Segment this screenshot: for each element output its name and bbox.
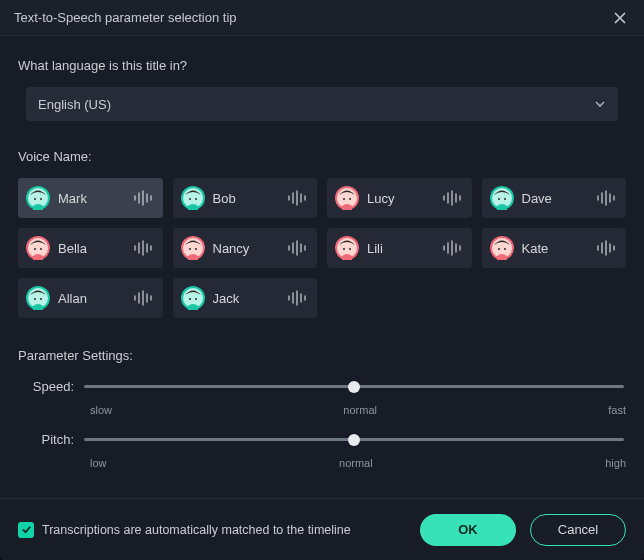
- language-label: What language is this title in?: [18, 58, 626, 73]
- svg-point-65: [498, 248, 500, 250]
- close-icon: [614, 12, 626, 24]
- ok-button-label: OK: [458, 522, 478, 537]
- waveform-icon: [442, 240, 464, 256]
- avatar-icon: [490, 186, 514, 210]
- svg-point-75: [40, 298, 42, 300]
- svg-point-30: [504, 198, 506, 200]
- waveform-icon: [596, 240, 618, 256]
- svg-point-83: [189, 298, 191, 300]
- parameter-settings-label: Parameter Settings:: [18, 348, 626, 363]
- svg-point-38: [34, 248, 36, 250]
- svg-point-48: [195, 248, 197, 250]
- language-select[interactable]: English (US): [26, 87, 618, 121]
- svg-point-12: [195, 198, 197, 200]
- voice-card-label: Bella: [58, 241, 125, 256]
- voice-card-label: Kate: [522, 241, 589, 256]
- svg-point-57: [349, 248, 351, 250]
- avatar-icon: [490, 236, 514, 260]
- voice-card-kate[interactable]: Kate: [482, 228, 627, 268]
- avatar-icon: [26, 186, 50, 210]
- avatar-icon: [26, 236, 50, 260]
- voice-card-label: Dave: [522, 191, 589, 206]
- cancel-button[interactable]: Cancel: [530, 514, 626, 546]
- speed-tick-min: slow: [90, 404, 112, 416]
- speed-label: Speed:: [18, 379, 82, 394]
- svg-point-3: [40, 198, 42, 200]
- voice-card-label: Allan: [58, 291, 125, 306]
- waveform-icon: [287, 290, 309, 306]
- pitch-label: Pitch:: [18, 432, 82, 447]
- svg-point-2: [34, 198, 36, 200]
- voice-card-lili[interactable]: Lili: [327, 228, 472, 268]
- voice-card-bob[interactable]: Bob: [173, 178, 318, 218]
- speed-tick-max: fast: [608, 404, 626, 416]
- auto-match-checkbox[interactable]: [18, 522, 34, 538]
- svg-point-56: [343, 248, 345, 250]
- svg-point-21: [349, 198, 351, 200]
- voice-grid: Mark Bob Lucy: [18, 178, 626, 318]
- waveform-icon: [287, 190, 309, 206]
- voice-card-label: Nancy: [213, 241, 280, 256]
- voice-card-label: Bob: [213, 191, 280, 206]
- voice-card-label: Lili: [367, 241, 434, 256]
- waveform-icon: [133, 240, 155, 256]
- avatar-icon: [181, 186, 205, 210]
- language-select-value: English (US): [38, 97, 111, 112]
- svg-point-47: [189, 248, 191, 250]
- waveform-icon: [133, 290, 155, 306]
- voice-card-bella[interactable]: Bella: [18, 228, 163, 268]
- svg-point-39: [40, 248, 42, 250]
- parameter-section: Speed: slow normal fast Pitch:: [18, 379, 626, 469]
- voice-card-mark[interactable]: Mark: [18, 178, 163, 218]
- cancel-button-label: Cancel: [558, 522, 598, 537]
- voice-card-dave[interactable]: Dave: [482, 178, 627, 218]
- waveform-icon: [596, 190, 618, 206]
- avatar-icon: [335, 236, 359, 260]
- voice-card-label: Mark: [58, 191, 125, 206]
- svg-point-20: [343, 198, 345, 200]
- avatar-icon: [181, 286, 205, 310]
- svg-point-84: [195, 298, 197, 300]
- dialog-content: What language is this title in? English …: [0, 36, 644, 498]
- voice-card-lucy[interactable]: Lucy: [327, 178, 472, 218]
- voice-card-allan[interactable]: Allan: [18, 278, 163, 318]
- voice-card-label: Jack: [213, 291, 280, 306]
- speed-tick-mid: normal: [343, 404, 377, 416]
- svg-point-29: [498, 198, 500, 200]
- pitch-tick-min: low: [90, 457, 107, 469]
- titlebar: Text-to-Speech parameter selection tip: [0, 0, 644, 36]
- auto-match-checkbox-wrap[interactable]: Transcriptions are automatically matched…: [18, 522, 406, 538]
- speed-slider[interactable]: [82, 385, 626, 388]
- svg-point-74: [34, 298, 36, 300]
- voice-name-label: Voice Name:: [18, 149, 626, 164]
- avatar-icon: [181, 236, 205, 260]
- voice-card-jack[interactable]: Jack: [173, 278, 318, 318]
- avatar-icon: [26, 286, 50, 310]
- svg-point-11: [189, 198, 191, 200]
- check-icon: [21, 524, 32, 535]
- speed-slider-thumb[interactable]: [348, 381, 360, 393]
- tts-dialog: Text-to-Speech parameter selection tip W…: [0, 0, 644, 560]
- chevron-down-icon: [594, 98, 606, 110]
- pitch-tick-max: high: [605, 457, 626, 469]
- pitch-slider[interactable]: [82, 438, 626, 441]
- dialog-footer: Transcriptions are automatically matched…: [0, 498, 644, 560]
- pitch-slider-thumb[interactable]: [348, 434, 360, 446]
- voice-card-label: Lucy: [367, 191, 434, 206]
- dialog-title: Text-to-Speech parameter selection tip: [14, 10, 237, 25]
- pitch-tick-mid: normal: [339, 457, 373, 469]
- auto-match-label: Transcriptions are automatically matched…: [42, 523, 351, 537]
- waveform-icon: [287, 240, 309, 256]
- voice-card-nancy[interactable]: Nancy: [173, 228, 318, 268]
- waveform-icon: [133, 190, 155, 206]
- close-button[interactable]: [610, 8, 630, 28]
- svg-point-66: [504, 248, 506, 250]
- avatar-icon: [335, 186, 359, 210]
- ok-button[interactable]: OK: [420, 514, 516, 546]
- waveform-icon: [442, 190, 464, 206]
